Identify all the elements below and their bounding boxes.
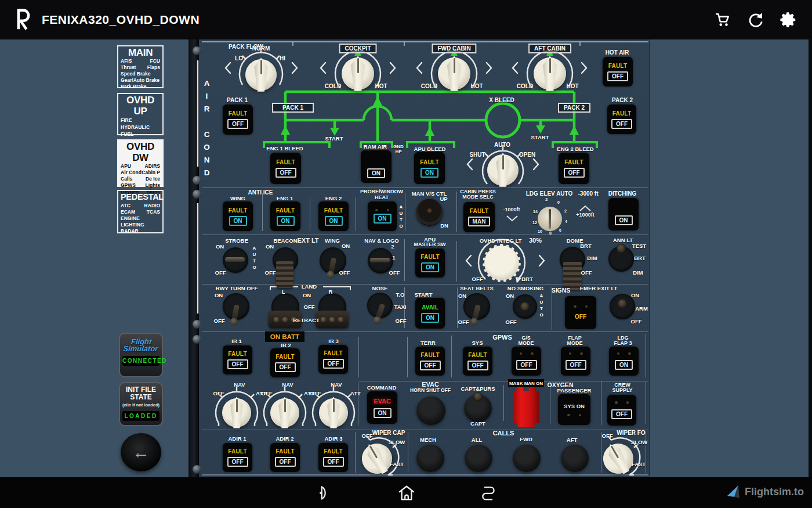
- no-smoking-off-label: OFF: [506, 319, 517, 325]
- sidebar-link[interactable]: Flaps: [147, 64, 160, 71]
- ann-lt-switch[interactable]: [608, 246, 634, 272]
- rwy-turn-off-switch[interactable]: [223, 293, 249, 320]
- sidebar-link[interactable]: TCAS: [147, 209, 160, 215]
- all-call-button[interactable]: [465, 444, 492, 472]
- cabin-press-mode-button[interactable]: FAULTMAN: [463, 202, 495, 232]
- sidebar-link[interactable]: Lights: [146, 182, 161, 189]
- apu-start-button[interactable]: AVAILON: [415, 298, 445, 329]
- sidebar-link[interactable]: APU: [121, 163, 131, 170]
- init-file-state-button[interactable]: INIT FILESTATE (clic if not loaded) LOAD…: [119, 382, 163, 426]
- nav-back-icon[interactable]: [317, 485, 333, 501]
- sidebar-link[interactable]: FUEL: [121, 131, 133, 138]
- eng2-bleed-button[interactable]: FAULTOFF: [559, 153, 589, 184]
- gpws-sys-label: SYS: [472, 340, 483, 346]
- sidebar-link[interactable]: ADIRS: [145, 163, 160, 170]
- sidebar-link[interactable]: Speed Brake: [121, 71, 151, 77]
- flap-mode-button[interactable]: OFF: [561, 347, 590, 376]
- ram-air-button[interactable]: ON: [361, 150, 392, 183]
- eng1-bleed-button[interactable]: FAULTOFF: [270, 153, 301, 184]
- ldg-elev-knob[interactable]: [538, 207, 562, 231]
- sim-connection-button[interactable]: FlightSimulator CONNECTED: [119, 333, 163, 377]
- fwd-cabin-temp-knob[interactable]: [438, 57, 470, 90]
- sidebar-link[interactable]: ENGINE: [121, 215, 140, 222]
- seat-belts-on-label: ON: [458, 293, 466, 299]
- passenger-sys-button[interactable]: SYS ON: [558, 394, 590, 425]
- eng1-antiice-button[interactable]: FAULTON: [270, 201, 300, 231]
- ldg-flap3-button[interactable]: ON: [609, 347, 639, 376]
- nose-switch[interactable]: [367, 293, 393, 318]
- xbleed-knob[interactable]: [487, 154, 519, 186]
- gs-mode-button[interactable]: OFF: [512, 347, 541, 376]
- adir3-mode-knob[interactable]: [319, 398, 348, 427]
- sidebar-link[interactable]: Air Cond: [121, 170, 142, 176]
- ir2-button[interactable]: FAULTOFF: [270, 348, 300, 377]
- gpws-sys-button[interactable]: FAULTOFF: [463, 347, 492, 376]
- ir1-button[interactable]: FAULTOFF: [223, 345, 252, 374]
- dome-switch[interactable]: [560, 247, 585, 272]
- terr-button[interactable]: FAULTOFF: [415, 347, 445, 376]
- sidebar-link[interactable]: HYDRAULIC: [121, 124, 150, 131]
- adir2-button[interactable]: FAULTOFF: [270, 443, 300, 472]
- hot-air-button[interactable]: FAULTOFF: [603, 57, 633, 87]
- adir1-mode-knob[interactable]: [222, 398, 251, 427]
- sidebar-link[interactable]: RADIO: [144, 203, 160, 209]
- refresh-icon[interactable]: [747, 12, 763, 28]
- adir3-button[interactable]: FAULTOFF: [318, 443, 348, 472]
- fwd-call-button[interactable]: [513, 444, 541, 472]
- pack2-button[interactable]: FAULTOFF: [607, 105, 636, 134]
- mask-man-on-switch[interactable]: [513, 387, 539, 427]
- ovhd-integ-knob[interactable]: [484, 246, 519, 280]
- sidebar-link[interactable]: Park Brake: [121, 84, 146, 90]
- aft-cabin-temp-knob[interactable]: [534, 57, 566, 90]
- adir2-mode-knob[interactable]: [270, 398, 299, 427]
- nav-home-icon[interactable]: [398, 485, 415, 501]
- sidebar-link[interactable]: ECAM: [121, 209, 135, 215]
- adir1-button[interactable]: FAULTOFF: [223, 443, 252, 472]
- wing-antiice-button[interactable]: FAULTON: [223, 201, 253, 231]
- capt-purs-selector[interactable]: [464, 394, 492, 422]
- sidebar-link[interactable]: AFIS: [121, 58, 132, 64]
- back-button[interactable]: ←: [121, 433, 161, 471]
- ir3-button[interactable]: FAULTOFF: [318, 345, 348, 374]
- sidebar-link[interactable]: Thrust: [121, 64, 136, 71]
- ldg-elev-dec-label[interactable]: -1000ft: [503, 207, 520, 212]
- pack-flow-knob[interactable]: [245, 59, 277, 91]
- cart-icon[interactable]: [715, 12, 731, 28]
- evac-command-button[interactable]: EVACON: [367, 391, 397, 424]
- sidebar-link[interactable]: ATC: [121, 203, 130, 209]
- crew-supply-button[interactable]: OFF: [607, 395, 636, 426]
- no-smoking-switch[interactable]: [513, 294, 537, 319]
- sidebar-link[interactable]: FCU: [150, 58, 160, 64]
- aft-call-button[interactable]: [561, 444, 589, 472]
- apu-bleed-button[interactable]: FAULTON: [414, 152, 445, 184]
- sidebar-link[interactable]: LIGHTING: [121, 222, 144, 228]
- emer-exit-lt-button[interactable]: OFF: [565, 296, 596, 329]
- sidebar-link[interactable]: Gear/Auto Brake: [121, 77, 160, 84]
- land-r-switch[interactable]: [318, 293, 346, 321]
- eng2-antiice-button[interactable]: FAULTON: [318, 201, 349, 231]
- nav-recent-icon[interactable]: [480, 485, 496, 501]
- sidebar-item-main[interactable]: MAIN AFISFCU ThrustFlaps Speed Brake Gea…: [117, 45, 164, 88]
- pack1-button[interactable]: FAULTOFF: [223, 105, 253, 135]
- mech-call-button[interactable]: [416, 444, 444, 472]
- sidebar-link[interactable]: GPWS: [121, 182, 136, 189]
- sidebar-link[interactable]: De Ice: [146, 176, 160, 182]
- sidebar-link[interactable]: FIRE: [121, 117, 132, 124]
- sidebar-link[interactable]: RADAR: [121, 228, 139, 235]
- sidebar-link[interactable]: Calls: [121, 176, 132, 182]
- sidebar-item-ovhd-up[interactable]: OVHD UP FIRE HYDRAULIC FUEL ELECTRIC: [117, 93, 164, 135]
- seat-belts-switch[interactable]: [463, 293, 490, 320]
- sidebar-item-pedestal[interactable]: PEDESTAL ATCRADIO ECAMTCAS ENGINE LIGHTI…: [117, 190, 164, 233]
- evac-horn-button[interactable]: [416, 396, 445, 425]
- beacon-switch[interactable]: [273, 247, 298, 273]
- man-vs-ctl-knob[interactable]: [416, 199, 443, 226]
- apu-master-button[interactable]: FAULTON: [415, 248, 445, 278]
- probe-heat-button[interactable]: ON: [368, 201, 397, 231]
- ditching-button[interactable]: ON: [608, 198, 639, 230]
- cockpit-temp-knob[interactable]: [342, 57, 374, 90]
- ldg-elev-inc-label[interactable]: +1000ft: [576, 212, 594, 218]
- strobe-switch[interactable]: [223, 247, 248, 273]
- gear-icon[interactable]: [780, 11, 797, 28]
- sidebar-link[interactable]: Cabin P: [142, 170, 160, 176]
- sidebar-item-ovhd-dw-selected[interactable]: OVHD DW APUADIRS Air CondCabin P CallsDe…: [117, 139, 164, 187]
